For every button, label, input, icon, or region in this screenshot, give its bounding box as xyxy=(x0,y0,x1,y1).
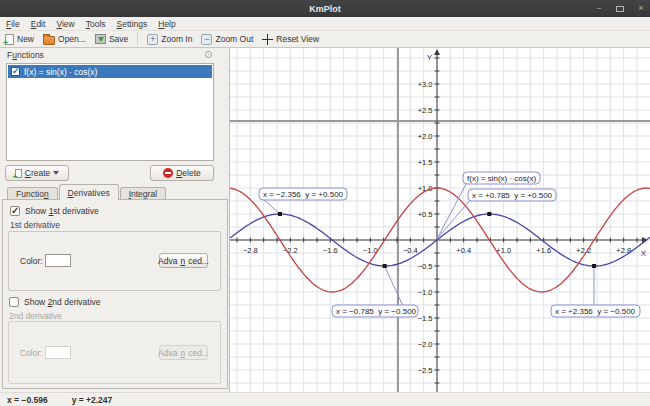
menu-settings[interactable]: Settings xyxy=(117,19,148,29)
functions-dock-title: Functions xyxy=(7,50,44,60)
extremum-point xyxy=(487,212,491,216)
menu-bar: File Edit View Tools Settings Help xyxy=(0,17,650,31)
close-icon[interactable]: × xyxy=(636,4,646,13)
x-tick-label: −0.4 xyxy=(403,246,418,255)
create-button[interactable]: Create xyxy=(5,165,69,181)
1st-derivative-section-title: 1st derivative xyxy=(10,220,60,230)
show-2nd-derivative-row: Show 2nd derivative xyxy=(9,297,101,307)
toolbar: New Open... Save + Zoom In − Zoom Out Re… xyxy=(0,31,650,48)
minimize-icon[interactable]: − xyxy=(594,4,604,13)
zoom-out-button[interactable]: − Zoom Out xyxy=(201,34,253,45)
cursor-x-readout: x = −0.596 xyxy=(7,395,48,405)
extremum-point xyxy=(592,264,596,268)
cursor-y-readout: y = +2.247 xyxy=(72,395,113,405)
function-visible-checkbox[interactable] xyxy=(11,67,20,76)
save-icon xyxy=(95,34,106,44)
delete-button[interactable]: Delete xyxy=(150,165,214,181)
plot-annotation-text: x = −0.785 y = −0.500 xyxy=(336,307,417,316)
2nd-derivative-groupbox: Color: Advanced... xyxy=(8,321,221,384)
toolbar-separator xyxy=(137,33,138,45)
menu-edit[interactable]: Edit xyxy=(31,19,46,29)
show-2nd-derivative-checkbox[interactable] xyxy=(9,297,19,307)
label-leader-line xyxy=(437,200,470,239)
menu-view[interactable]: View xyxy=(56,19,74,29)
save-button[interactable]: Save xyxy=(95,34,128,44)
functions-dock: Functions f(x) = sin(x) · cos(x) Create … xyxy=(0,48,230,392)
derivatives-tab-panel: Show 1st derivative 1st derivative Color… xyxy=(2,199,228,389)
window-title: KmPlot xyxy=(309,4,341,14)
zoom-out-icon: − xyxy=(201,34,212,45)
2nd-derivative-section-title: 2nd derivative xyxy=(9,311,62,321)
new-button[interactable]: New xyxy=(5,34,34,45)
menu-help[interactable]: Help xyxy=(158,19,175,29)
x-tick-label: +1.6 xyxy=(536,246,551,255)
advanced-button-2: Advanced... xyxy=(159,345,208,360)
reset-view-crosshair-icon xyxy=(262,34,273,45)
color-label-2: Color: xyxy=(20,348,43,358)
open-button-label: Open... xyxy=(58,34,86,44)
y-tick-label: +0.5 xyxy=(418,210,433,219)
zoom-in-button[interactable]: + Zoom In xyxy=(147,34,192,45)
y-tick-label: −1.5 xyxy=(418,314,433,323)
y-tick-label: +3.0 xyxy=(418,80,433,89)
menu-tools[interactable]: Tools xyxy=(86,19,106,29)
y-tick-label: −2.0 xyxy=(418,340,433,349)
plot-annotation-text: f(x) = sin(x) · cos(x) xyxy=(467,174,536,183)
extremum-point xyxy=(383,264,387,268)
y-tick-label: −1.0 xyxy=(418,288,433,297)
new-button-label: New xyxy=(17,34,34,44)
y-tick-label: +2.0 xyxy=(418,132,433,141)
y-tick-label: −0.5 xyxy=(418,262,433,271)
y-tick-label: +2.5 xyxy=(418,106,433,115)
function-list-item[interactable]: f(x) = sin(x) · cos(x) xyxy=(8,65,212,78)
menu-file[interactable]: File xyxy=(6,19,20,29)
function-expression: f(x) = sin(x) · cos(x) xyxy=(24,67,97,77)
plot-annotation-text: x = +2.356 y = −0.500 xyxy=(555,307,636,316)
reset-view-button[interactable]: Reset View xyxy=(262,34,319,45)
save-button-label: Save xyxy=(109,34,128,44)
function-list[interactable]: f(x) = sin(x) · cos(x) xyxy=(6,63,214,161)
kmplot-window: KmPlot − × File Edit View Tools Settings… xyxy=(0,0,650,406)
title-bar: KmPlot − × xyxy=(0,0,650,17)
advanced-button-1[interactable]: Advanced... xyxy=(159,253,208,268)
dock-float-icon[interactable] xyxy=(205,51,212,58)
new-document-icon xyxy=(5,34,14,45)
x-tick-label: −2.8 xyxy=(243,246,258,255)
zoom-in-label: Zoom In xyxy=(161,34,192,44)
x-tick-label: +0.4 xyxy=(456,246,471,255)
delete-button-label: Delete xyxy=(176,168,201,178)
show-1st-derivative-row: Show 1st derivative xyxy=(10,206,99,216)
show-1st-derivative-checkbox[interactable] xyxy=(10,206,20,216)
plot-annotation-text: x = +0.785 y = +0.500 xyxy=(472,191,553,200)
plot-annotation-text: x = −2.356 y = +0.500 xyxy=(263,190,344,199)
y-axis-arrow xyxy=(434,49,440,55)
y-tick-label: −2.5 xyxy=(418,366,433,375)
create-button-label: Create xyxy=(25,168,51,178)
delete-icon xyxy=(163,168,173,178)
editor-tabbar: Function Derivatives Integral xyxy=(2,184,228,200)
label-leader-line xyxy=(385,267,403,306)
1st-derivative-groupbox: Color: Advanced... xyxy=(8,231,221,291)
plot-canvas[interactable]: YX−2.8−2.2−1.6−1.0−0.4+0.4+1.0+1.6+2.2+2… xyxy=(230,48,650,392)
color-label-1: Color: xyxy=(20,256,43,266)
second-derivative-color-swatch xyxy=(45,346,71,359)
plot-view[interactable]: YX−2.8−2.2−1.6−1.0−0.4+0.4+1.0+1.6+2.2+2… xyxy=(230,48,650,392)
open-button[interactable]: Open... xyxy=(43,34,86,45)
first-derivative-color-swatch[interactable] xyxy=(45,254,71,267)
status-bar: x = −0.596 y = +2.247 xyxy=(0,392,650,406)
create-document-icon xyxy=(15,169,22,178)
show-1st-derivative-label: Show 1st derivative xyxy=(25,206,99,216)
zoom-in-icon: + xyxy=(147,34,158,45)
zoom-out-label: Zoom Out xyxy=(215,34,253,44)
show-2nd-derivative-label: Show 2nd derivative xyxy=(24,297,101,307)
x-tick-label: −1.6 xyxy=(323,246,338,255)
reset-view-label: Reset View xyxy=(276,34,319,44)
chevron-down-icon xyxy=(53,171,59,175)
y-tick-label: +1.5 xyxy=(418,158,433,167)
tab-derivatives[interactable]: Derivatives xyxy=(59,184,119,200)
extremum-point xyxy=(278,212,282,216)
functions-dock-header: Functions xyxy=(0,48,229,62)
label-leader-line xyxy=(264,200,280,214)
x-axis-label: X xyxy=(641,249,647,258)
maximize-icon[interactable] xyxy=(616,6,624,12)
